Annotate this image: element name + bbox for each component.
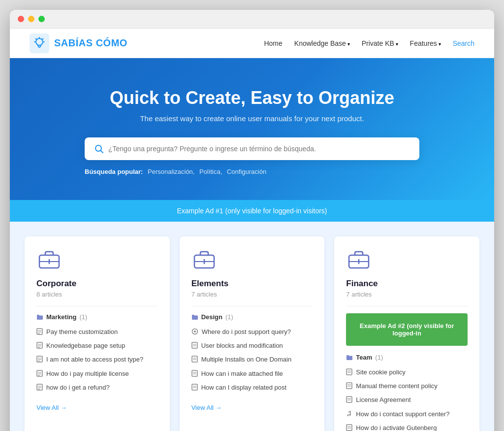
folder-icon <box>191 314 198 320</box>
hero-subtitle: The easiest way to create online user ma… <box>30 114 474 123</box>
elements-category: Design (1) <box>191 313 313 321</box>
list-item[interactable]: How do i pay multiple license <box>36 367 158 381</box>
cards-grid: Corporate 8 articles Marketing (1) Pay t… <box>25 236 479 431</box>
corporate-view-all[interactable]: View All → <box>36 404 67 411</box>
search-box <box>85 137 419 160</box>
popular-item-3[interactable]: Configuración <box>227 168 266 175</box>
folder-icon <box>36 314 43 320</box>
popular-item-1[interactable]: Personalización, <box>148 168 194 175</box>
list-item[interactable]: how do i get a refund? <box>36 381 158 395</box>
list-item[interactable]: Multiple Installs on One Domain <box>191 353 313 367</box>
list-item[interactable]: How can I display related post <box>191 381 313 395</box>
svg-rect-55 <box>346 383 352 389</box>
list-item[interactable]: User blocks and modification <box>191 339 313 353</box>
svg-line-8 <box>101 151 103 153</box>
list-item[interactable]: Pay theme customization <box>36 326 158 339</box>
svg-point-61 <box>347 414 349 416</box>
nav-item-home[interactable]: Home <box>264 39 282 48</box>
brand-logo[interactable]: SABÍAS CÓMO <box>30 33 127 53</box>
maximize-button[interactable] <box>38 16 45 22</box>
search-icon <box>94 144 103 153</box>
svg-rect-46 <box>192 384 197 390</box>
circle-icon <box>191 328 198 337</box>
card-finance: Finance 7 articles Example Ad #2 (only v… <box>334 236 479 431</box>
doc-icon <box>346 396 352 405</box>
finance-category: Team (1) <box>346 354 468 361</box>
music-icon <box>346 410 352 420</box>
corporate-title: Corporate <box>36 279 158 289</box>
svg-rect-52 <box>346 369 352 375</box>
doc-icon <box>191 342 198 351</box>
svg-rect-58 <box>346 397 352 402</box>
nav-item-search[interactable]: Search <box>453 39 474 48</box>
browser-window: SABÍAS CÓMO Home Knowledge Base Private … <box>10 10 494 431</box>
svg-point-36 <box>194 331 196 332</box>
elements-articles-count: 7 articles <box>191 291 313 298</box>
doc-icon <box>36 356 43 365</box>
browser-titlebar <box>10 10 494 29</box>
doc-icon <box>191 384 198 393</box>
close-button[interactable] <box>18 16 24 22</box>
elements-article-list: Where do i post support query? User bloc… <box>191 326 313 395</box>
card-corporate: Corporate 8 articles Marketing (1) Pay t… <box>25 236 170 431</box>
doc-icon <box>346 424 352 431</box>
card-elements: Elements 7 articles Design (1) Where do … <box>180 236 325 431</box>
doc-icon <box>191 356 198 365</box>
ad-banner-2: Example Ad #2 (only visible for logged-i… <box>346 313 468 346</box>
hero-section: Quick to Create, Easy to Organize The ea… <box>10 58 494 200</box>
popular-searches: Búsqueda popular: Personalización, Polít… <box>85 168 419 175</box>
svg-rect-63 <box>346 425 352 431</box>
popular-item-2[interactable]: Política, <box>199 168 222 175</box>
corporate-articles-count: 8 articles <box>36 291 158 298</box>
elements-view-all[interactable]: View All → <box>191 404 222 411</box>
doc-icon <box>191 370 198 379</box>
ad-banner-1: Example Ad #1 (only visible for logged-i… <box>10 200 494 222</box>
svg-point-62 <box>349 414 351 416</box>
svg-line-4 <box>42 38 43 39</box>
svg-line-3 <box>36 38 37 39</box>
list-item[interactable]: Where do i post support query? <box>191 326 313 339</box>
folder-icon <box>346 355 353 361</box>
search-input[interactable] <box>108 145 410 153</box>
svg-rect-37 <box>192 342 197 348</box>
doc-icon <box>36 384 43 393</box>
list-item[interactable]: How can i make attached file <box>191 367 313 381</box>
svg-point-7 <box>95 145 101 151</box>
nav-item-features[interactable]: Features <box>410 39 441 48</box>
nav-menu: Home Knowledge Base Private KB Features … <box>264 39 474 48</box>
elements-title: Elements <box>191 279 313 289</box>
corporate-category: Marketing (1) <box>36 313 158 321</box>
nav-item-knowledge-base[interactable]: Knowledge Base <box>294 39 350 48</box>
doc-icon <box>346 382 352 392</box>
list-item[interactable]: How do i activate Gutenberg <box>346 422 468 431</box>
doc-icon <box>36 342 43 351</box>
list-item[interactable]: How do i contact support center? <box>346 408 468 422</box>
nav-item-private-kb[interactable]: Private KB <box>362 39 398 48</box>
svg-rect-40 <box>192 356 197 362</box>
content-area: Corporate 8 articles Marketing (1) Pay t… <box>10 222 494 431</box>
finance-icon <box>346 248 468 272</box>
doc-icon <box>36 328 43 337</box>
list-item[interactable]: I am not able to access post type? <box>36 353 158 367</box>
list-item[interactable]: Knowledgebase page setup <box>36 339 158 353</box>
minimize-button[interactable] <box>28 16 34 22</box>
hero-title: Quick to Create, Easy to Organize <box>30 88 474 108</box>
elements-icon <box>191 248 313 272</box>
list-item[interactable]: Manual theme content policy <box>346 380 468 394</box>
list-item[interactable]: Site cookie policy <box>346 366 468 380</box>
list-item[interactable]: License Agreement <box>346 394 468 407</box>
brand-text: SABÍAS CÓMO <box>54 37 127 49</box>
popular-label: Búsqueda popular: <box>85 168 143 175</box>
navbar: SABÍAS CÓMO Home Knowledge Base Private … <box>10 29 494 58</box>
lightbulb-icon <box>30 33 49 53</box>
svg-rect-0 <box>30 33 49 53</box>
finance-articles-count: 7 articles <box>346 291 468 298</box>
doc-icon <box>346 368 352 378</box>
svg-rect-43 <box>192 370 197 376</box>
corporate-icon <box>36 248 158 272</box>
finance-article-list: Site cookie policy Manual theme content … <box>346 366 468 431</box>
finance-title: Finance <box>346 279 468 289</box>
doc-icon <box>36 370 43 379</box>
corporate-article-list: Pay theme customization Knowledgebase pa… <box>36 326 158 395</box>
